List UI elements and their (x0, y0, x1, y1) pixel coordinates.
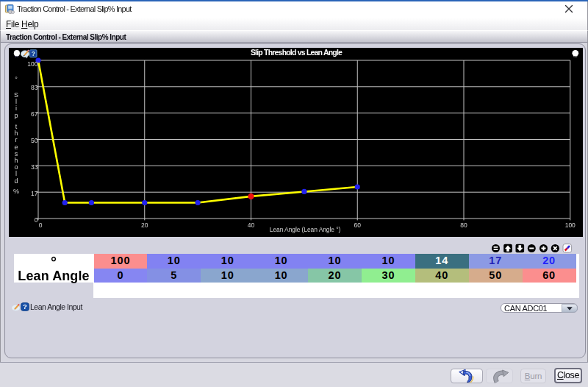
svg-text:67: 67 (31, 110, 38, 118)
svg-text:17: 17 (31, 190, 38, 197)
svg-text:Slip Threshold vs Lean Angle: Slip Threshold vs Lean Angle (251, 48, 343, 57)
svg-text:d: d (14, 177, 18, 185)
svg-text:100: 100 (27, 60, 37, 68)
svg-text:50: 50 (31, 137, 38, 144)
svg-text:0: 0 (35, 216, 38, 224)
svg-text:33: 33 (31, 163, 38, 171)
svg-text:20: 20 (141, 221, 148, 229)
svg-text:?: ? (23, 302, 27, 310)
svg-text:40: 40 (248, 221, 255, 229)
svg-text:?: ? (32, 50, 35, 57)
svg-text:Lean Angle (Lean Angle °): Lean Angle (Lean Angle °) (270, 226, 341, 233)
svg-text:60: 60 (354, 221, 362, 229)
svg-text:83: 83 (31, 84, 38, 91)
svg-text:%: % (13, 188, 19, 195)
svg-text:80: 80 (460, 221, 467, 229)
svg-text:0: 0 (39, 221, 43, 229)
svg-text:100: 100 (565, 221, 576, 229)
svg-text:°: ° (15, 76, 18, 83)
svg-text:p: p (14, 112, 18, 119)
